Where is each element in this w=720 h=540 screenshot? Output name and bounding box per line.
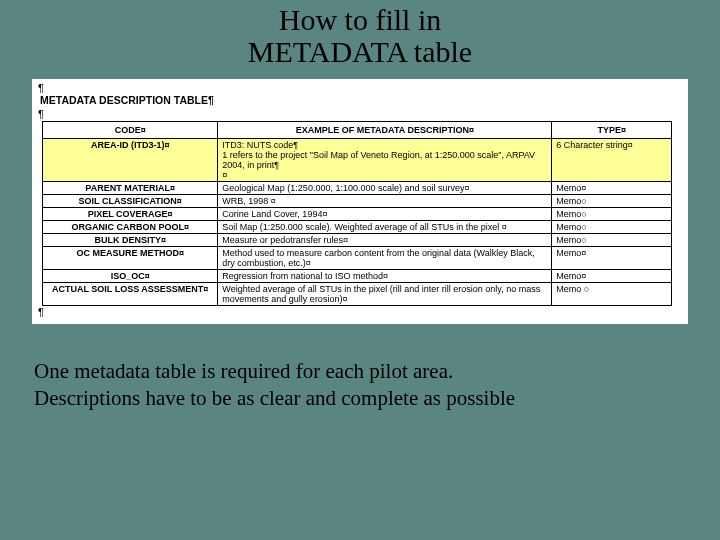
table-row: AREA-ID (ITD3-1)¤ITD3: NUTS code¶ 1 refe… — [43, 138, 672, 181]
cell-type: Memo○ — [552, 194, 672, 207]
cell-desc: ITD3: NUTS code¶ 1 refers to the project… — [218, 138, 552, 181]
cell-desc: Method used to measure carbon content fr… — [218, 246, 552, 269]
meta-heading: METADATA DESCRIPTION TABLE¶ — [32, 94, 688, 108]
footer-line1: One metadata table is required for each … — [34, 359, 453, 383]
pilcrow-mark: ¶ — [32, 82, 688, 94]
cell-code: AREA-ID (ITD3-1)¤ — [43, 138, 218, 181]
cell-desc: Geological Map (1:250.000, 1:100.000 sca… — [218, 181, 552, 194]
cell-code: PARENT MATERIAL¤ — [43, 181, 218, 194]
footer-text: One metadata table is required for each … — [34, 358, 692, 412]
table-row: PIXEL COVERAGE¤Corine Land Cover, 1994¤M… — [43, 207, 672, 220]
table-row: OC MEASURE METHOD¤Method used to measure… — [43, 246, 672, 269]
cell-type: Memo○ — [552, 207, 672, 220]
cell-code: ORGANIC CARBON POOL¤ — [43, 220, 218, 233]
table-row: PARENT MATERIAL¤Geological Map (1:250.00… — [43, 181, 672, 194]
table-row: ORGANIC CARBON POOL¤Soil Map (1:250.000 … — [43, 220, 672, 233]
pilcrow-mark: ¶ — [32, 306, 688, 318]
cell-desc: Weighted average of all STUs in the pixe… — [218, 282, 552, 305]
cell-type: Memo¤ — [552, 246, 672, 269]
cell-desc: Corine Land Cover, 1994¤ — [218, 207, 552, 220]
cell-code: ISO_OC¤ — [43, 269, 218, 282]
table-header-row: CODE¤ EXAMPLE OF METADATA DESCRIPTION¤ T… — [43, 121, 672, 138]
cell-type: Memo¤ — [552, 269, 672, 282]
slide-title: How to fill in METADATA table — [0, 0, 720, 79]
cell-type: 6 Character string¤ — [552, 138, 672, 181]
cell-code: ACTUAL SOIL LOSS ASSESSMENT¤ — [43, 282, 218, 305]
cell-code: PIXEL COVERAGE¤ — [43, 207, 218, 220]
pilcrow-mark: ¶ — [32, 108, 688, 120]
table-row: ISO_OC¤Regression from national to ISO m… — [43, 269, 672, 282]
footer-line2: Descriptions have to be as clear and com… — [34, 386, 515, 410]
cell-desc: WRB, 1998 ¤ — [218, 194, 552, 207]
table-row: BULK DENSITY¤Measure or pedotransfer rul… — [43, 233, 672, 246]
cell-type: Memo¤ — [552, 181, 672, 194]
table-row: ACTUAL SOIL LOSS ASSESSMENT¤Weighted ave… — [43, 282, 672, 305]
cell-desc: Soil Map (1:250.000 scale). Weighted ave… — [218, 220, 552, 233]
cell-type: Memo ○ — [552, 282, 672, 305]
table-row: SOIL CLASSIFICATION¤WRB, 1998 ¤Memo○ — [43, 194, 672, 207]
title-line1: How to fill in — [279, 3, 442, 36]
col-desc: EXAMPLE OF METADATA DESCRIPTION¤ — [218, 121, 552, 138]
document-screenshot: ¶ METADATA DESCRIPTION TABLE¶ ¶ CODE¤ EX… — [32, 79, 688, 324]
metadata-table: CODE¤ EXAMPLE OF METADATA DESCRIPTION¤ T… — [42, 121, 672, 306]
cell-desc: Measure or pedotransfer rules¤ — [218, 233, 552, 246]
cell-type: Memo○ — [552, 233, 672, 246]
cell-code: OC MEASURE METHOD¤ — [43, 246, 218, 269]
col-type: TYPE¤ — [552, 121, 672, 138]
cell-desc: Regression from national to ISO method¤ — [218, 269, 552, 282]
col-code: CODE¤ — [43, 121, 218, 138]
cell-type: Memo○ — [552, 220, 672, 233]
cell-code: SOIL CLASSIFICATION¤ — [43, 194, 218, 207]
title-line2: METADATA table — [248, 35, 472, 68]
cell-code: BULK DENSITY¤ — [43, 233, 218, 246]
